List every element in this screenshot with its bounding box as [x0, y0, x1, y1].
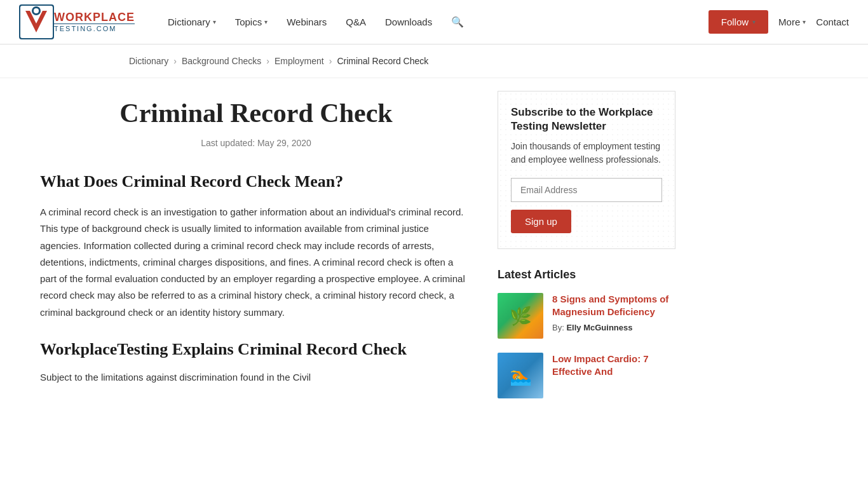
site-header: WORKPLACE TESTING.COM Dictionary ▾ Topic…: [0, 0, 868, 44]
swim-icon: 🏊: [510, 365, 532, 386]
chevron-down-icon: ▾: [752, 18, 756, 25]
thumbnail-image: 🏊: [498, 353, 543, 398]
latest-articles: Latest Articles 🌿 8 Signs and Symptoms o…: [498, 268, 675, 398]
article-title: Criminal Record Check: [40, 97, 472, 129]
newsletter-title: Subscribe to the Workplace Testing Newsl…: [511, 105, 662, 133]
article-card-title[interactable]: Low Impact Cardio: 7 Effective And: [552, 353, 675, 379]
article-updated: Last updated: May 29, 2020: [40, 138, 472, 148]
chevron-down-icon: ▾: [213, 18, 216, 25]
logo-top-line: WORKPLACE: [54, 11, 135, 24]
header-right: Follow ▾ More ▾ Contact: [709, 10, 849, 34]
leaf-icon: 🌿: [510, 306, 532, 327]
section1-heading: What Does Criminal Record Check Mean?: [40, 171, 472, 193]
signup-button[interactable]: Sign up: [511, 210, 571, 233]
list-item: 🌿 8 Signs and Symptoms of Magnesium Defi…: [498, 293, 675, 339]
thumbnail-image: 🌿: [498, 293, 543, 339]
breadcrumb: Dictionary › Background Checks › Employm…: [129, 56, 739, 66]
breadcrumb-separator: ›: [329, 56, 332, 66]
follow-button[interactable]: Follow ▾: [709, 10, 768, 34]
section2-heading: WorkplaceTesting Explains Criminal Recor…: [40, 339, 472, 360]
article-card-info: Low Impact Cardio: 7 Effective And: [552, 353, 675, 383]
logo-text: WORKPLACE TESTING.COM: [54, 11, 135, 33]
article-thumbnail: 🏊: [498, 353, 543, 398]
nav-dictionary[interactable]: Dictionary ▾: [160, 11, 224, 32]
section2-body: Subject to the limitations against discr…: [40, 369, 472, 386]
more-menu[interactable]: More ▾: [778, 17, 806, 27]
chevron-down-icon: ▾: [803, 18, 806, 25]
article-body: What Does Criminal Record Check Mean? A …: [40, 171, 472, 386]
article-card-info: 8 Signs and Symptoms of Magnesium Defici…: [552, 293, 675, 332]
chevron-down-icon: ▾: [264, 18, 268, 25]
nav-qa[interactable]: Q&A: [338, 11, 374, 32]
nav-webinars[interactable]: Webinars: [279, 11, 334, 32]
list-item: 🏊 Low Impact Cardio: 7 Effective And: [498, 353, 675, 398]
article-thumbnail: 🌿: [498, 293, 543, 339]
latest-articles-title: Latest Articles: [498, 268, 675, 281]
article: Criminal Record Check Last updated: May …: [40, 91, 472, 412]
breadcrumb-separator: ›: [173, 56, 177, 66]
logo-bottom-line: TESTING.COM: [54, 24, 135, 32]
breadcrumb-employment[interactable]: Employment: [275, 56, 324, 66]
search-button[interactable]: 🔍: [444, 11, 471, 33]
main-container: Criminal Record Check Last updated: May …: [21, 78, 847, 425]
author-name: Elly McGuinness: [566, 323, 632, 332]
email-input[interactable]: [511, 178, 662, 202]
main-nav: Dictionary ▾ Topics ▾ Webinars Q&A Downl…: [160, 11, 709, 33]
breadcrumb-separator: ›: [266, 56, 269, 66]
search-icon: 🔍: [451, 16, 464, 28]
logo-icon: [19, 4, 54, 39]
contact-link[interactable]: Contact: [816, 17, 849, 27]
nav-topics[interactable]: Topics ▾: [227, 11, 276, 32]
breadcrumb-background-checks[interactable]: Background Checks: [182, 56, 261, 66]
newsletter-description: Join thousands of employment testing and…: [511, 140, 662, 166]
nav-downloads[interactable]: Downloads: [377, 11, 440, 32]
article-card-author: By: Elly McGuinness: [552, 323, 675, 332]
breadcrumb-bar: Dictionary › Background Checks › Employm…: [0, 44, 868, 78]
article-card-title[interactable]: 8 Signs and Symptoms of Magnesium Defici…: [552, 293, 675, 319]
section1-body: A criminal record check is an investigat…: [40, 204, 472, 321]
breadcrumb-dictionary[interactable]: Dictionary: [129, 56, 168, 66]
svg-point-3: [34, 8, 39, 13]
breadcrumb-current: Criminal Record Check: [337, 56, 428, 66]
newsletter-box: Subscribe to the Workplace Testing Newsl…: [498, 91, 675, 249]
site-logo[interactable]: WORKPLACE TESTING.COM: [19, 4, 135, 39]
sidebar: Subscribe to the Workplace Testing Newsl…: [498, 91, 675, 412]
